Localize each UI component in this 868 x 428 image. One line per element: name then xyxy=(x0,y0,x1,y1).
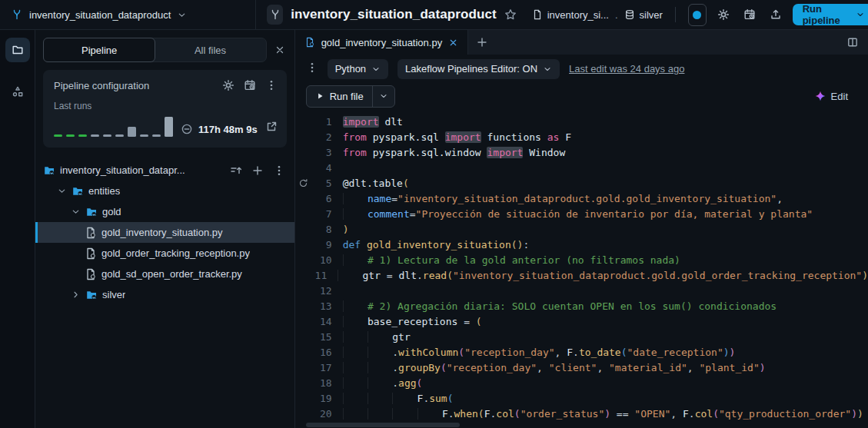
run-bar[interactable] xyxy=(165,117,173,137)
open-runs-button[interactable] xyxy=(265,121,278,135)
split-view-button[interactable] xyxy=(846,30,868,55)
code-line-16[interactable]: 16 .withColumn("reception_day", F.to_dat… xyxy=(295,344,868,360)
pipeline-selector[interactable]: inventory_situation_dataproduct xyxy=(0,0,256,29)
file-icon xyxy=(85,227,97,239)
close-tab-icon[interactable] xyxy=(448,38,458,48)
assistant-edit-button[interactable]: Edit xyxy=(815,91,857,102)
line-number: 2 xyxy=(312,131,332,143)
settings-button[interactable] xyxy=(714,5,733,24)
calendar-clock-icon[interactable] xyxy=(244,79,256,91)
code-line-17[interactable]: 17 .groupBy("reception_day", "client", "… xyxy=(295,360,868,375)
folder-fill-icon xyxy=(43,164,55,177)
folder-fill-icon xyxy=(72,185,84,197)
code-line-11[interactable]: 11 gtr = dlt.read("inventory_situation_d… xyxy=(295,267,868,283)
tree-item-gold-inventory-situation-py[interactable]: gold_inventory_situation.py xyxy=(35,222,294,243)
editor-menu-button[interactable] xyxy=(306,61,318,76)
code-editor[interactable]: 1import dlt2from pyspark.sql import func… xyxy=(295,109,868,428)
last-runs-chart[interactable] xyxy=(54,116,173,137)
gear-icon xyxy=(717,8,730,21)
code-line-8[interactable]: 8) xyxy=(295,221,868,237)
calendar-clock-icon xyxy=(743,8,756,21)
editor-toolbar: Python Lakeflow Pipelines Editor: ON Las… xyxy=(295,55,868,83)
editor-tab[interactable]: gold_inventory_situation.py xyxy=(295,30,469,55)
tree-item-gold[interactable]: gold xyxy=(35,201,294,222)
default-catalog-selector[interactable]: inventory_si... . silver xyxy=(532,9,663,21)
language-selector[interactable]: Python xyxy=(328,59,388,79)
line-number: 7 xyxy=(312,208,332,220)
left-rail xyxy=(0,30,35,428)
code-line-7[interactable]: 7 comment="Proyección de situación de in… xyxy=(295,206,868,221)
tree-item-inventory-situation-datapr-[interactable]: inventory_situation_datapr... xyxy=(35,160,294,181)
pipelines-editor-toggle[interactable]: Lakeflow Pipelines Editor: ON xyxy=(397,59,560,79)
code-line-1[interactable]: 1import dlt xyxy=(295,114,868,129)
gear-icon[interactable] xyxy=(222,79,234,91)
code-line-13[interactable]: 13 # 2) Agregación diaria: SOLO cuentan … xyxy=(295,298,868,314)
code-line-10[interactable]: 10 # 1) Lectura de la gold anterior (no … xyxy=(295,252,868,267)
code-line-18[interactable]: 18 .agg( xyxy=(295,375,868,390)
tree-item-entities[interactable]: entities xyxy=(35,181,294,201)
editor-tab-label: gold_inventory_situation.py xyxy=(321,37,443,48)
tree-item-label: gold_sd_open_order_tracker.py xyxy=(101,268,242,280)
chevron-right-icon xyxy=(71,290,81,300)
kebab-menu-icon[interactable] xyxy=(265,79,278,91)
language-label: Python xyxy=(335,63,366,75)
sort-icon[interactable] xyxy=(230,164,242,177)
kebab-menu-icon[interactable] xyxy=(273,164,285,177)
run-bar[interactable] xyxy=(140,134,148,137)
database-icon xyxy=(624,9,635,20)
code-line-12[interactable]: 12 xyxy=(295,283,868,298)
code-line-4[interactable]: 4 xyxy=(295,160,868,175)
code-line-3[interactable]: 3from pyspark.sql.window import Window xyxy=(295,144,868,160)
tree-item-gold-order-tracking-reception-py[interactable]: gold_order_tracking_reception.py xyxy=(35,243,294,264)
new-tab-button[interactable] xyxy=(468,30,496,55)
tab-all-files[interactable]: All files xyxy=(155,38,265,61)
pipeline-configuration-card: Pipeline configuration Last runs 117h 48… xyxy=(43,70,287,148)
close-panel-button[interactable] xyxy=(273,43,287,57)
tree-item-silver[interactable]: silver xyxy=(35,284,294,305)
run-bar[interactable] xyxy=(103,134,111,137)
files-rail-button[interactable] xyxy=(5,38,30,62)
line-number: 15 xyxy=(312,331,332,343)
schedule-button[interactable] xyxy=(740,5,759,24)
code-line-2[interactable]: 2from pyspark.sql import functions as F xyxy=(295,129,868,144)
run-bar[interactable] xyxy=(115,134,124,137)
horizontal-scrollbar[interactable] xyxy=(306,423,460,427)
code-line-15[interactable]: 15 gtr xyxy=(295,329,868,344)
external-link-icon xyxy=(265,121,278,133)
code-line-19[interactable]: 19 F.sum( xyxy=(295,390,868,406)
chevron-down-icon xyxy=(371,65,381,74)
code-line-9[interactable]: 9def gold_inventory_situation(): xyxy=(295,237,868,252)
run-bar[interactable] xyxy=(91,134,99,137)
pipeline-graph-rail-button[interactable] xyxy=(5,79,30,104)
pipeline-configuration-title: Pipeline configuration xyxy=(54,80,213,91)
code-line-5[interactable]: 5@dlt.table( xyxy=(295,175,868,191)
notebook-icon xyxy=(532,9,543,20)
tree-item-gold-sd-open-order-tracker-py[interactable]: gold_sd_open_order_tracker.py xyxy=(35,264,294,284)
add-file-icon[interactable] xyxy=(251,164,264,177)
share-button[interactable] xyxy=(767,5,785,24)
tab-pipeline[interactable]: Pipeline xyxy=(43,38,155,62)
record-toggle-button[interactable] xyxy=(688,4,707,26)
last-edit-link[interactable]: Last edit was 24 days ago xyxy=(569,63,684,75)
divider xyxy=(675,7,676,22)
run-bar[interactable] xyxy=(152,134,161,137)
run-file-options[interactable] xyxy=(373,86,394,107)
code-line-6[interactable]: 6 name="inventory_situation_dataproduct.… xyxy=(295,191,868,206)
side-panel: Pipeline All files Pipeline configuratio… xyxy=(35,30,295,428)
star-icon[interactable] xyxy=(504,8,517,21)
run-file-button: Run file xyxy=(306,85,395,108)
chevron-down-icon xyxy=(379,91,388,101)
run-bar[interactable] xyxy=(78,134,87,137)
run-pipeline-button[interactable]: Run pipeline xyxy=(793,4,868,25)
folder-icon xyxy=(12,44,24,56)
tree-item-label: inventory_situation_datapr... xyxy=(60,164,185,176)
code-line-20[interactable]: 20 F.when(F.col("order_status") == "OPEN… xyxy=(295,406,868,421)
run-bar[interactable] xyxy=(54,134,62,137)
run-bar[interactable] xyxy=(128,127,136,137)
tree-item-label: entities xyxy=(88,185,120,197)
chevron-down-icon xyxy=(177,10,187,20)
run-bar[interactable] xyxy=(66,134,75,137)
code-line-14[interactable]: 14 base_receptions = ( xyxy=(295,314,868,329)
run-file-main[interactable]: Run file xyxy=(307,86,372,107)
line-number: 20 xyxy=(312,408,332,420)
